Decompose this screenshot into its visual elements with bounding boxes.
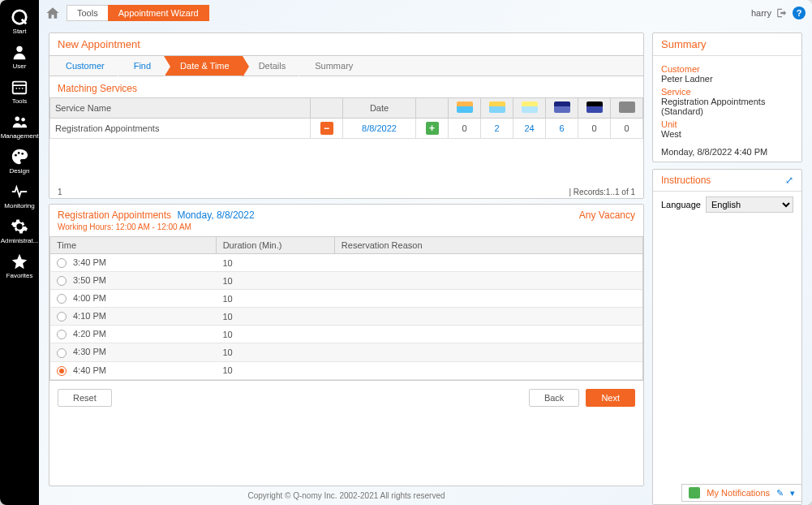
slot-row[interactable]: 4:40 PM10	[50, 361, 642, 379]
summary-panel: Summary Customer Peter Ladner Service Re…	[652, 32, 802, 162]
slots-scroll[interactable]: 3:40 PM103:50 PM104:00 PM104:10 PM104:20…	[49, 254, 643, 381]
instructions-title: Instructions	[661, 175, 711, 186]
star-icon	[11, 252, 28, 270]
sidebar-monitoring[interactable]: Monitoring	[2, 179, 37, 213]
count-2[interactable]: 2	[494, 123, 499, 133]
expand-icon[interactable]: ⤢	[785, 175, 793, 186]
col-plus	[416, 98, 449, 119]
svg-point-10	[15, 154, 17, 157]
slot-radio[interactable]	[57, 312, 67, 322]
col-reason: Reservation Reason	[334, 237, 642, 254]
next-date-button[interactable]: +	[426, 122, 439, 135]
col-p1	[449, 98, 481, 119]
step-customer[interactable]: Customer	[49, 56, 118, 76]
people-icon	[11, 113, 28, 131]
count-3[interactable]: 24	[524, 123, 534, 133]
step-details: Details	[243, 56, 299, 76]
col-date: Date	[343, 98, 416, 119]
any-vacancy-link[interactable]: Any Vacancy	[579, 209, 635, 221]
count-5[interactable]: 0	[578, 119, 611, 139]
sidebar-label: Administrat...	[1, 237, 39, 244]
count-1[interactable]: 0	[449, 119, 481, 139]
count-4[interactable]: 6	[559, 123, 564, 133]
notification-status-icon	[689, 487, 700, 499]
slot-row[interactable]: 4:00 PM10	[50, 290, 642, 308]
home-icon[interactable]	[45, 6, 60, 20]
main: Tools Appointment Wizard harry ? New App…	[39, 0, 812, 505]
slot-radio[interactable]	[57, 348, 67, 358]
slot-radio[interactable]	[57, 258, 67, 268]
reset-button[interactable]: Reset	[58, 389, 112, 407]
topbar: Tools Appointment Wizard harry ?	[39, 0, 812, 26]
svg-point-7	[22, 88, 24, 89]
heartbeat-icon	[11, 183, 28, 201]
summary-title: Summary	[653, 33, 801, 56]
slots-table-body: 3:40 PM103:50 PM104:00 PM104:10 PM104:20…	[50, 254, 642, 380]
slot-radio[interactable]	[57, 366, 67, 376]
night-icon	[586, 101, 603, 113]
breadcrumb-tools[interactable]: Tools	[67, 5, 109, 21]
slot-row[interactable]: 3:40 PM10	[50, 254, 642, 272]
help-icon[interactable]: ?	[793, 6, 806, 19]
slot-radio[interactable]	[57, 276, 67, 286]
breadcrumb-wizard[interactable]: Appointment Wizard	[108, 5, 209, 21]
slot-row[interactable]: 4:10 PM10	[50, 308, 642, 326]
cell-date[interactable]: 8/8/2022	[362, 123, 397, 133]
morning-icon	[489, 101, 505, 113]
language-select[interactable]: English	[706, 196, 793, 213]
svg-point-9	[21, 118, 25, 122]
sidebar-favorites[interactable]: Favorites	[2, 249, 37, 283]
logout-icon[interactable]	[776, 7, 788, 19]
row-index: 1	[58, 188, 62, 196]
step-datetime[interactable]: Date & Time	[164, 56, 243, 76]
slots-table-head: Time Duration (Min.) Reservation Reason	[49, 236, 643, 254]
evening-icon	[554, 101, 570, 113]
svg-point-2	[16, 46, 22, 52]
slot-row[interactable]: 4:20 PM10	[50, 326, 642, 343]
svg-point-11	[18, 152, 20, 154]
sidebar-start[interactable]: Start	[2, 5, 37, 38]
slots-date: Monday, 8/8/2022	[177, 209, 254, 221]
slot-radio[interactable]	[57, 294, 67, 304]
slot-row[interactable]: 3:50 PM10	[50, 272, 642, 290]
action-row: Reset Back Next	[49, 381, 643, 415]
count-6[interactable]: 0	[611, 119, 643, 139]
early-morning-icon	[457, 101, 473, 113]
language-label: Language	[661, 200, 701, 209]
sidebar-management[interactable]: Management	[2, 110, 37, 143]
summary-unit: West	[661, 129, 793, 139]
notifications-bar[interactable]: My Notifications ✎ ▾	[681, 484, 802, 502]
calendar-icon	[11, 78, 28, 96]
slot-row[interactable]: 4:30 PM10	[50, 343, 642, 361]
back-button[interactable]: Back	[529, 389, 579, 407]
filter-icon[interactable]: ▾	[790, 488, 795, 499]
col-p5	[578, 98, 611, 119]
sidebar-tools[interactable]: Tools	[2, 75, 37, 108]
current-user[interactable]: harry	[751, 8, 771, 18]
edit-icon[interactable]: ✎	[776, 488, 784, 499]
next-button[interactable]: Next	[586, 389, 635, 407]
sidebar-admin[interactable]: Administrat...	[2, 214, 37, 248]
step-find[interactable]: Find	[118, 56, 164, 76]
sidebar-label: Tools	[12, 97, 28, 105]
summary-service-label: Service	[661, 87, 793, 97]
matching-title: Matching Services	[49, 76, 643, 97]
sidebar: Start User Tools Management Design Monit…	[0, 0, 39, 505]
slots-panel: Registration Appointments Monday, 8/8/20…	[49, 204, 644, 486]
gear-icon	[11, 218, 28, 235]
q-logo-icon	[11, 8, 28, 26]
slot-radio[interactable]	[57, 330, 67, 339]
prev-date-button[interactable]: −	[320, 122, 333, 135]
matching-row[interactable]: Registration Appointments − 8/8/2022 + 0…	[50, 119, 643, 139]
slots-hours: Working Hours: 12:00 AM - 12:00 AM	[58, 222, 255, 231]
sidebar-user[interactable]: User	[2, 40, 37, 73]
svg-point-12	[21, 153, 24, 155]
sidebar-label: User	[13, 63, 27, 70]
total-icon	[619, 101, 635, 113]
sidebar-label: Start	[13, 28, 27, 35]
palette-icon	[11, 148, 28, 166]
slots-service: Registration Appointments	[58, 209, 171, 221]
sidebar-design[interactable]: Design	[2, 145, 37, 178]
summary-customer: Peter Ladner	[661, 74, 793, 84]
col-minus	[311, 98, 343, 119]
